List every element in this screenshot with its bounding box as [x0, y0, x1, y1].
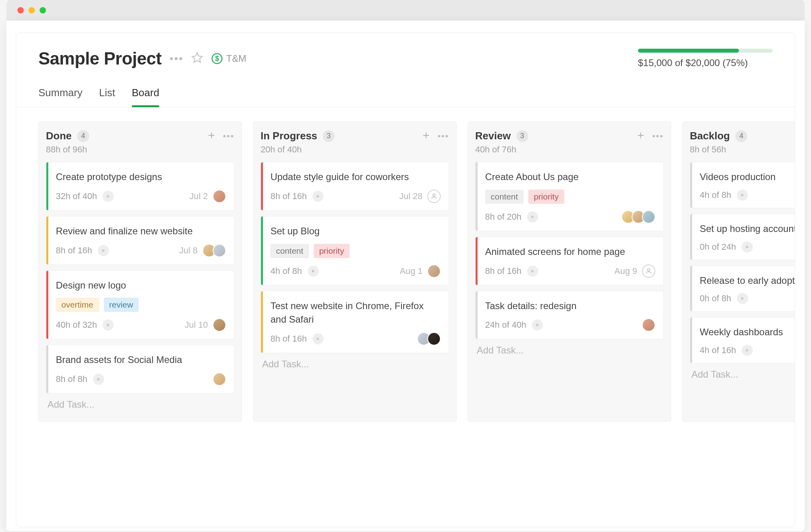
column-more-icon[interactable]: ••• — [438, 132, 449, 141]
column-hours: 20h of 40h — [261, 144, 449, 155]
add-task-input[interactable]: Add Task... — [261, 359, 449, 370]
start-timer-icon[interactable] — [742, 241, 753, 253]
task-card[interactable]: Update style guide for coworkers8h of 16… — [261, 162, 449, 211]
column-more-icon[interactable]: ••• — [652, 132, 664, 141]
start-timer-icon[interactable] — [737, 190, 748, 201]
add-task-input[interactable]: Add Task... — [46, 399, 234, 410]
column-hours: 40h of 76h — [475, 144, 664, 155]
budget-widget[interactable]: $15,000 of $20,000 (75%) — [638, 49, 773, 68]
window-minimize-button[interactable] — [29, 7, 35, 13]
tab-list[interactable]: List — [99, 87, 115, 107]
avatar[interactable] — [213, 318, 226, 332]
column-in-progress: In Progress3•••20h of 40hUpdate style gu… — [253, 122, 457, 422]
card-footer: 24h of 40h — [485, 318, 655, 332]
add-task-input[interactable]: Add Task... — [690, 369, 795, 380]
start-timer-icon[interactable] — [742, 345, 753, 356]
task-card[interactable]: Create About Us pagecontentpriority8h of… — [475, 162, 664, 231]
unassigned-icon[interactable] — [642, 264, 655, 278]
card-hours: 0h of 8h — [700, 293, 731, 304]
task-card[interactable]: Weekly dashboards4h of 16h — [690, 317, 795, 363]
card-footer: 0h of 8h — [700, 293, 795, 304]
task-card[interactable]: Set up Blogcontentpriority4h of 8hAug 1 — [261, 216, 449, 285]
card-due-date: Jul 28 — [399, 191, 423, 201]
start-timer-icon[interactable] — [308, 266, 319, 277]
card-due-date: Jul 8 — [179, 245, 198, 256]
card-title: Videos production — [700, 170, 795, 184]
task-card[interactable]: Set up hosting account0h of 24h — [690, 214, 795, 260]
svg-text:$: $ — [215, 55, 219, 63]
app-window: Sample Project ••• $ T&M $15,000 of $ — [6, 21, 805, 531]
card-footer: 4h of 16h — [700, 345, 795, 356]
task-card[interactable]: Brand assets for Social Media8h of 8h — [46, 345, 234, 393]
project-more-icon[interactable]: ••• — [169, 53, 183, 64]
start-timer-icon[interactable] — [93, 374, 104, 385]
svg-point-19 — [647, 269, 650, 271]
column-header: Backlog4••• — [690, 130, 795, 142]
column-count-badge: 4 — [77, 130, 89, 142]
assignee-avatars — [642, 318, 655, 332]
assignee-avatars — [417, 332, 441, 346]
avatar[interactable] — [642, 210, 655, 224]
task-card[interactable]: Design new logoovertimereview40h of 32hJ… — [46, 270, 234, 340]
card-title: Set up Blog — [270, 224, 441, 238]
start-timer-icon[interactable] — [527, 266, 538, 277]
task-card[interactable]: Create prototype designs32h of 40hJul 2 — [46, 162, 234, 211]
task-card[interactable]: Test new website in Chrome, Firefox and … — [261, 291, 449, 353]
project-panel: Sample Project ••• $ T&M $15,000 of $ — [16, 32, 795, 527]
start-timer-icon[interactable] — [527, 211, 538, 222]
avatar[interactable] — [213, 372, 226, 386]
start-timer-icon[interactable] — [312, 333, 324, 344]
tag-priority[interactable]: priority — [528, 190, 564, 204]
start-timer-icon[interactable] — [737, 293, 748, 304]
svg-marker-25 — [741, 297, 744, 300]
add-card-icon[interactable] — [636, 131, 645, 141]
card-footer: 8h of 16h — [270, 332, 441, 346]
tag-priority[interactable]: priority — [314, 244, 350, 258]
column-title: In Progress — [261, 130, 317, 142]
billing-badge[interactable]: $ T&M — [211, 53, 246, 65]
card-hours: 8h of 16h — [56, 245, 92, 256]
add-card-icon[interactable] — [207, 131, 216, 141]
task-card[interactable]: Videos production4h of 8h — [690, 162, 795, 208]
svg-marker-23 — [741, 194, 744, 197]
window-close-button[interactable] — [17, 7, 24, 13]
project-title: Sample Project — [38, 49, 162, 68]
tab-summary[interactable]: Summary — [38, 87, 82, 107]
unassigned-icon[interactable] — [427, 190, 441, 203]
avatar[interactable] — [213, 190, 226, 203]
avatar[interactable] — [427, 332, 441, 346]
card-title: Design new logo — [56, 279, 226, 293]
tab-board[interactable]: Board — [132, 87, 159, 107]
card-footer: 40h of 32hJul 10 — [56, 318, 226, 332]
start-timer-icon[interactable] — [103, 191, 114, 202]
avatar[interactable] — [642, 318, 655, 332]
add-card-icon[interactable] — [422, 131, 430, 141]
start-timer-icon[interactable] — [98, 245, 109, 256]
tag-review[interactable]: review — [104, 298, 139, 312]
window-zoom-button[interactable] — [40, 7, 46, 13]
card-title: Update style guide for coworkers — [270, 170, 441, 184]
start-timer-icon[interactable] — [532, 319, 543, 331]
tag-overtime[interactable]: overtime — [56, 298, 99, 312]
svg-marker-8 — [97, 378, 100, 381]
card-due-date: Jul 10 — [185, 320, 208, 330]
tag-content[interactable]: content — [270, 244, 309, 258]
add-task-input[interactable]: Add Task... — [475, 345, 664, 356]
tag-content[interactable]: content — [485, 190, 524, 204]
column-hours: 88h of 96h — [46, 144, 234, 155]
avatar[interactable] — [213, 244, 226, 257]
task-card[interactable]: Task details: redesign24h of 40h — [475, 291, 664, 340]
card-footer: 8h of 8h — [56, 372, 226, 386]
start-timer-icon[interactable] — [103, 319, 114, 331]
column-title: Backlog — [690, 130, 730, 142]
card-due-date: Aug 9 — [615, 266, 638, 276]
star-icon[interactable] — [191, 52, 203, 65]
avatar[interactable] — [427, 264, 441, 278]
svg-marker-5 — [107, 195, 110, 198]
task-card[interactable]: Review and finalize new website8h of 16h… — [46, 216, 234, 265]
task-card[interactable]: Release to early adopters0h of 8h — [690, 266, 795, 312]
column-more-icon[interactable]: ••• — [223, 132, 234, 141]
start-timer-icon[interactable] — [312, 191, 324, 202]
budget-progress-fill — [638, 49, 739, 53]
task-card[interactable]: Animated screens for home page8h of 16hA… — [475, 237, 664, 285]
